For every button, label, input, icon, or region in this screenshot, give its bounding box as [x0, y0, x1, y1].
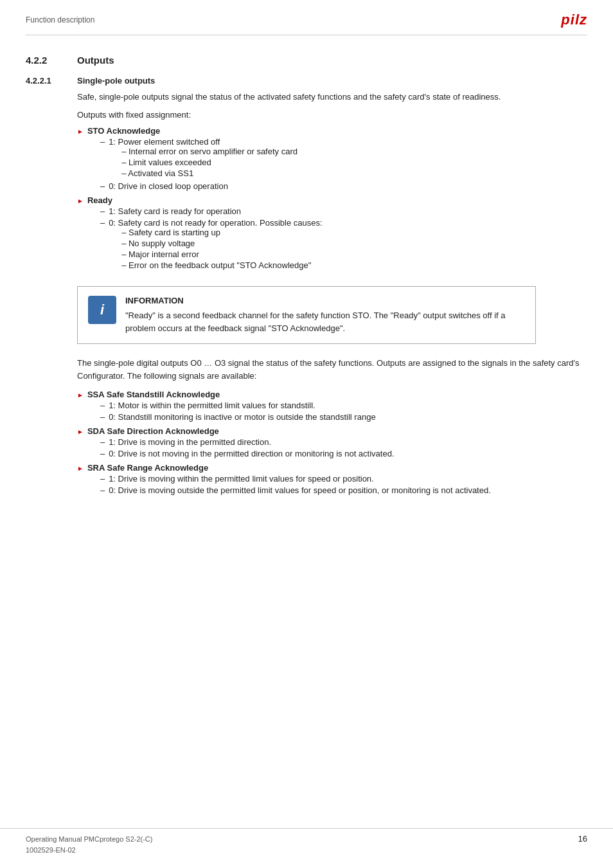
list-item: – 0: Drive is not moving in the permitte…	[100, 449, 395, 458]
page-wrapper: Function description pilz 4.2.2 Outputs …	[0, 0, 613, 868]
info-title: INFORMATION	[125, 296, 525, 305]
logo: pilz	[561, 12, 587, 28]
bullet-list-main: ► STO Acknowledge – 1: Power element swi…	[77, 126, 587, 273]
info-content: INFORMATION "Ready" is a second feedback…	[125, 296, 525, 334]
footer-line1: Operating Manual PMCprotego S2-2(-C)	[26, 834, 152, 845]
page-footer: Operating Manual PMCprotego S2-2(-C) 100…	[0, 828, 613, 855]
ssa-val1: 1: Motor is within the permitted limit v…	[109, 401, 315, 410]
sto-label: STO Acknowledge	[87, 126, 160, 136]
subsection-heading: Single-pole outputs	[77, 76, 155, 86]
info-text: "Ready" is a second feedback channel for…	[125, 309, 525, 334]
sda-label: SDA Safe Direction Acknowledge	[87, 426, 219, 436]
list-item: ► SSA Safe Standstill Acknowledge – 1: M…	[77, 390, 587, 424]
sra-val0: 0: Drive is moving outside the permitted…	[109, 485, 491, 495]
list-item: – Activated via SS1	[121, 168, 298, 178]
ssa-sub-list: – 1: Motor is within the permitted limit…	[100, 401, 376, 422]
ssa-val0: 0: Standstill monitoring is inactive or …	[109, 412, 375, 422]
sto-val1: 1: Power element switched off	[109, 137, 220, 147]
dash: –	[100, 412, 105, 422]
ready-val0: 0: Safety card is not ready for operatio…	[109, 218, 322, 228]
main-content: 4.2.2 Outputs 4.2.2.1 Single-pole output…	[0, 35, 613, 539]
dash: –	[100, 218, 105, 228]
list-item: – 1: Drive is moving within the permitte…	[100, 474, 491, 484]
list-item: – 1: Power element switched off – Intern…	[100, 137, 298, 179]
sra-val1: 1: Drive is moving within the permitted …	[109, 474, 374, 484]
ssa-label: SSA Safe Standstill Acknowledge	[87, 390, 220, 399]
list-item: – 0: Standstill monitoring is inactive o…	[100, 412, 376, 422]
ready-val1: 1: Safety card is ready for operation	[109, 206, 241, 216]
footer-left: Operating Manual PMCprotego S2-2(-C) 100…	[26, 834, 152, 855]
dash: –	[100, 206, 105, 216]
list-item: – No supply voltage	[121, 239, 322, 248]
sub-sub-text: – Major internal error	[121, 249, 199, 259]
page-header: Function description pilz	[0, 0, 613, 35]
dash: –	[100, 449, 105, 458]
sub-sub-text: – No supply voltage	[121, 239, 195, 248]
sub-sub-text: – Activated via SS1	[121, 168, 193, 178]
arrow-icon: ►	[77, 465, 84, 472]
sub-sub-text: – Limit values exceeded	[121, 158, 211, 167]
footer-page-number: 16	[578, 834, 587, 855]
arrow-icon: ►	[77, 128, 84, 135]
arrow-icon: ►	[77, 392, 84, 399]
list-item: – 1: Safety card is ready for operation	[100, 206, 323, 216]
sto-val0: 0: Drive in closed loop operation	[109, 181, 228, 191]
info-icon: i	[88, 296, 116, 324]
list-item: – Error on the feedback output "STO Ackn…	[121, 260, 322, 270]
subsection-title: 4.2.2.1 Single-pole outputs	[26, 76, 587, 86]
digital-outputs-list: ► SSA Safe Standstill Acknowledge – 1: M…	[77, 390, 587, 497]
sra-sub-list: – 1: Drive is moving within the permitte…	[100, 474, 491, 495]
list-item: ► SDA Safe Direction Acknowledge – 1: Dr…	[77, 426, 587, 460]
dash: –	[100, 401, 105, 410]
ready-sub-list: – 1: Safety card is ready for operation …	[100, 206, 323, 271]
list-item: ► SRA Safe Range Acknowledge – 1: Drive …	[77, 463, 587, 497]
ready-label: Ready	[87, 195, 112, 205]
list-item: – 0: Drive in closed loop operation	[100, 181, 298, 191]
sto-sub-sub-list: – Internal error on servo amplifier or s…	[121, 147, 298, 178]
list-item: ► Ready – 1: Safety card is ready for op…	[77, 195, 587, 273]
footer-line2: 1002529-EN-02	[26, 845, 152, 856]
arrow-icon: ►	[77, 197, 84, 204]
dash: –	[100, 181, 105, 191]
section-number: 4.2.2	[26, 55, 77, 66]
list-item: – 1: Motor is within the permitted limit…	[100, 401, 376, 410]
list-item: – Internal error on servo amplifier or s…	[121, 147, 298, 156]
breadcrumb: Function description	[26, 15, 94, 24]
sub-sub-text: – Internal error on servo amplifier or s…	[121, 147, 298, 156]
dash: –	[100, 474, 105, 484]
section-title: 4.2.2 Outputs	[26, 55, 587, 66]
sda-val0: 0: Drive is not moving in the permitted …	[109, 449, 394, 458]
list-item: – Safety card is starting up	[121, 228, 322, 237]
dash: –	[100, 485, 105, 495]
sto-sub-list: – 1: Power element switched off – Intern…	[100, 137, 298, 191]
list-item: ► STO Acknowledge – 1: Power element swi…	[77, 126, 587, 193]
dash: –	[100, 137, 105, 147]
sda-val1: 1: Drive is moving in the permitted dire…	[109, 437, 271, 447]
subsection-number: 4.2.2.1	[26, 76, 77, 86]
dash: –	[100, 437, 105, 447]
intro-text: Safe, single-pole outputs signal the sta…	[77, 91, 587, 104]
sub-sub-text: – Safety card is starting up	[121, 228, 220, 237]
outputs-fixed-label: Outputs with fixed assignment:	[77, 109, 587, 122]
list-item: – Major internal error	[121, 249, 322, 259]
sra-label: SRA Safe Range Acknowledge	[87, 463, 208, 473]
sda-sub-list: – 1: Drive is moving in the permitted di…	[100, 437, 395, 458]
arrow-icon: ►	[77, 428, 84, 435]
ready-sub-sub-list: – Safety card is starting up – No supply…	[121, 228, 322, 270]
list-item: – 0: Drive is moving outside the permitt…	[100, 485, 491, 495]
info-box: i INFORMATION "Ready" is a second feedba…	[77, 286, 536, 344]
list-item: – 0: Safety card is not ready for operat…	[100, 218, 323, 271]
list-item: – 1: Drive is moving in the permitted di…	[100, 437, 395, 447]
section-heading: Outputs	[77, 55, 114, 66]
sub-sub-text: – Error on the feedback output "STO Ackn…	[121, 260, 311, 270]
paragraph2: The single-pole digital outputs O0 … O3 …	[77, 357, 587, 382]
list-item: – Limit values exceeded	[121, 158, 298, 167]
